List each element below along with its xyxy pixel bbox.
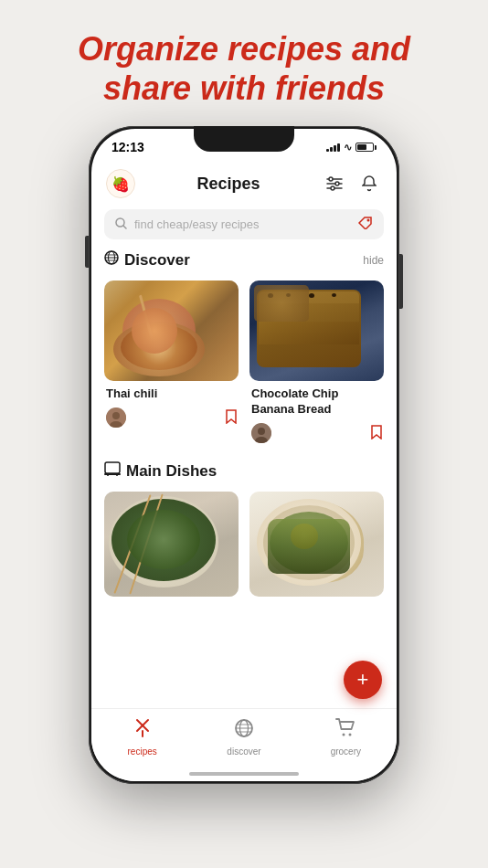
recipe-card-bowl[interactable] — [104, 492, 239, 597]
discover-section-header: Discover hide — [104, 250, 384, 270]
phone-notch — [194, 126, 294, 152]
recipe-image-banana-bread — [249, 281, 384, 381]
nav-item-grocery[interactable]: grocery — [295, 718, 397, 757]
recipe-image-bowl — [104, 492, 239, 597]
svg-point-5 — [331, 186, 334, 190]
banana-bread-bookmark-icon[interactable] — [371, 425, 382, 442]
svg-line-7 — [123, 226, 126, 228]
search-icon — [115, 217, 127, 232]
discover-section-title: Discover — [104, 250, 190, 270]
nav-item-discover[interactable]: discover — [193, 718, 294, 757]
recipes-nav-icon — [133, 718, 153, 743]
battery-icon — [355, 143, 377, 152]
svg-point-32 — [343, 734, 345, 736]
recipe-image-sandwich — [249, 492, 384, 597]
svg-point-4 — [335, 182, 339, 185]
banana-bread-meta — [251, 423, 382, 443]
discover-recipe-grid: Thai chili — [104, 281, 384, 447]
main-dishes-icon — [104, 461, 121, 481]
main-dishes-grid — [104, 492, 384, 597]
main-dishes-section: Main Dishes — [91, 461, 397, 611]
nav-label-discover: discover — [227, 746, 260, 757]
search-placeholder-text: find cheap/easy recipes — [134, 217, 351, 231]
header-icons — [322, 171, 382, 196]
svg-point-3 — [329, 177, 333, 181]
wifi-icon: ∿ — [344, 142, 352, 153]
svg-point-18 — [258, 428, 265, 435]
add-recipe-fab[interactable]: + — [344, 661, 382, 699]
discover-nav-icon — [234, 718, 254, 743]
hero-line1: Organize recipes and — [78, 30, 410, 68]
discover-globe-icon — [104, 250, 119, 270]
main-dishes-header: Main Dishes — [104, 461, 384, 481]
main-dishes-title-text: Main Dishes — [126, 462, 217, 481]
hero-text: Organize recipes and share with friends — [50, 0, 438, 126]
banana-bread-info: Chocolate ChipBanana Bread — [249, 381, 384, 447]
recipe-card-thai-chili[interactable]: Thai chili — [104, 281, 239, 447]
banana-bread-avatar — [251, 423, 271, 443]
thai-chili-name: Thai chili — [106, 386, 237, 402]
discover-title-text: Discover — [124, 251, 190, 270]
phone-frame: 12:13 ∿ 🍓 — [89, 126, 399, 784]
thai-chili-avatar — [106, 408, 126, 428]
status-time: 12:13 — [111, 140, 144, 154]
phone-screen: 12:13 ∿ 🍓 — [91, 129, 397, 781]
thai-chili-meta — [106, 408, 237, 428]
bottom-navigation: recipes discover — [91, 708, 397, 781]
svg-point-8 — [367, 219, 370, 222]
nav-label-grocery: grocery — [331, 746, 361, 757]
status-icons: ∿ — [326, 142, 377, 153]
home-indicator — [189, 772, 299, 776]
hero-line2: share with friends — [103, 69, 385, 107]
thai-chili-info: Thai chili — [104, 381, 239, 431]
nav-label-recipes: recipes — [128, 746, 157, 757]
app-title: Recipes — [196, 175, 260, 194]
svg-rect-20 — [105, 462, 120, 473]
main-dishes-title: Main Dishes — [104, 461, 217, 481]
nav-item-recipes[interactable]: recipes — [91, 718, 193, 757]
thai-chili-bookmark-icon[interactable] — [226, 409, 237, 427]
discover-section: Discover hide Thai chili — [91, 250, 397, 461]
grocery-nav-icon — [335, 718, 355, 743]
recipe-card-sandwich[interactable] — [249, 492, 384, 597]
svg-point-15 — [112, 412, 120, 419]
notification-bell-icon[interactable] — [356, 171, 382, 196]
app-header: 🍓 Recipes — [91, 160, 397, 206]
svg-point-33 — [349, 734, 352, 736]
recipe-image-thai-chili — [104, 281, 239, 381]
search-bar[interactable]: find cheap/easy recipes — [104, 209, 384, 239]
filter-icon[interactable] — [322, 171, 347, 196]
discover-hide-button[interactable]: hide — [363, 254, 384, 267]
app-logo: 🍓 — [106, 169, 135, 198]
banana-bread-name: Chocolate ChipBanana Bread — [251, 386, 382, 418]
signal-bars-icon — [326, 143, 340, 152]
recipe-card-banana-bread[interactable]: Chocolate ChipBanana Bread — [249, 281, 384, 447]
search-tag-icon[interactable] — [358, 217, 373, 232]
